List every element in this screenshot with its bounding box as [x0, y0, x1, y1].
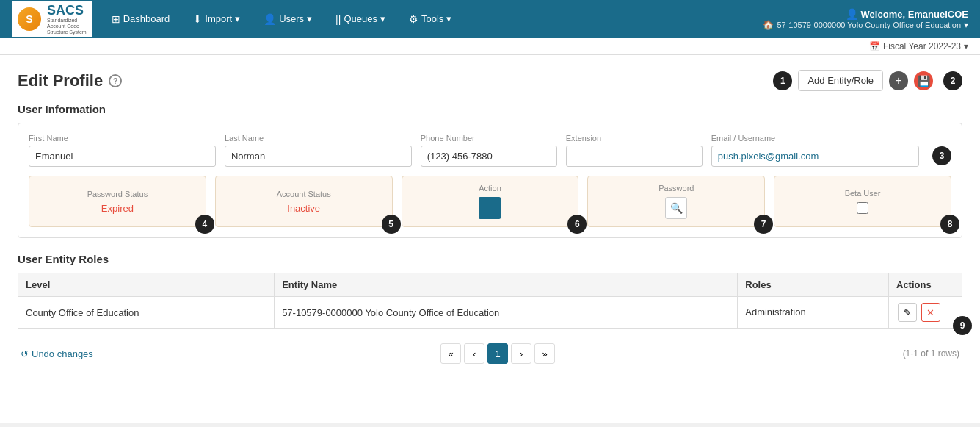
user-entity-roles-header: User Entity Roles: [18, 253, 962, 265]
callout-badge-5: 5: [382, 215, 401, 234]
phone-group: Phone Number: [421, 134, 557, 167]
add-entity-button[interactable]: Add Entity/Role: [798, 70, 883, 91]
users-chevron-icon: ▾: [307, 13, 312, 24]
dashboard-icon: ⊞: [112, 13, 120, 25]
email-input[interactable]: [711, 146, 919, 167]
undo-changes-button[interactable]: ↺ Undo changes: [21, 348, 93, 359]
callout-badge-1: 1: [773, 71, 792, 90]
password-status-label: Password Status: [87, 190, 148, 198]
phone-input[interactable]: [421, 146, 557, 167]
org-text: 57-10579-0000000 Yolo County Office of E…: [777, 21, 961, 29]
nav-tools[interactable]: ⚙ Tools ▾: [404, 10, 456, 28]
edit-role-button[interactable]: ✎: [898, 303, 917, 322]
user-info-card: First Name Last Name Phone Number Extens…: [18, 123, 962, 238]
org-chevron-icon: ▾: [964, 20, 968, 30]
calendar-icon: 📅: [869, 41, 880, 51]
queues-chevron-icon: ▾: [380, 13, 385, 24]
action-box: Action 6: [402, 176, 579, 227]
user-form-row: First Name Last Name Phone Number Extens…: [29, 134, 951, 167]
logo-icon: S: [18, 7, 41, 31]
org-icon: 🏠: [763, 20, 774, 30]
phone-label: Phone Number: [421, 134, 557, 143]
nav-dashboard[interactable]: ⊞ Dashboard: [107, 10, 175, 28]
nav-import[interactable]: ⬇ Import ▾: [189, 10, 244, 28]
main-content: Edit Profile ? 1 Add Entity/Role + 💾 2 U…: [0, 55, 980, 423]
page-title-row: Edit Profile ? 1 Add Entity/Role + 💾 2: [18, 70, 962, 91]
last-name-input[interactable]: [225, 146, 412, 167]
fiscal-year-chevron-icon: ▾: [964, 41, 968, 51]
password-box: Password 🔍 7: [587, 176, 765, 227]
page-last-button[interactable]: »: [534, 343, 555, 364]
password-search-button[interactable]: 🔍: [665, 197, 687, 219]
action-label: Action: [479, 184, 501, 193]
extension-label: Extension: [566, 134, 703, 143]
page-title: Edit Profile ?: [18, 71, 122, 90]
user-info-section-header: User Information: [18, 103, 962, 115]
import-chevron-icon: ▾: [235, 13, 240, 24]
undo-icon: ↺: [21, 348, 29, 359]
action-color-button[interactable]: [479, 197, 501, 219]
callout-badge-4: 4: [195, 215, 214, 234]
page-first-button[interactable]: «: [440, 343, 461, 364]
table-body: County Office of Education 57-10579-0000…: [18, 297, 962, 329]
logo-sub1: Standardized: [47, 18, 87, 24]
users-icon: 👤: [264, 13, 276, 25]
table-header: Level Entity Name Roles Actions: [18, 273, 962, 297]
import-icon: ⬇: [193, 13, 202, 25]
nav-left: S SACS Standardized Account Code Structu…: [12, 1, 456, 38]
col-level: Level: [18, 273, 275, 297]
first-name-label: First Name: [29, 134, 216, 143]
page-next-button[interactable]: ›: [511, 343, 531, 364]
last-name-group: Last Name: [225, 134, 412, 167]
nav-users[interactable]: 👤 Users ▾: [259, 10, 316, 28]
first-name-input[interactable]: [29, 146, 216, 167]
pagination-row: ↺ Undo changes « ‹ 1 › » (1-1 of 1 rows): [18, 337, 962, 370]
user-icon: 👤: [846, 8, 858, 20]
callout-badge-8: 8: [940, 215, 959, 234]
top-navigation: S SACS Standardized Account Code Structu…: [0, 0, 980, 38]
extension-input[interactable]: [566, 146, 703, 167]
callout-badge-7: 7: [754, 215, 773, 234]
extension-group: Extension: [566, 134, 703, 167]
beta-user-checkbox[interactable]: [857, 202, 868, 214]
logo-sub3: Structure System: [47, 29, 87, 35]
fiscal-year-text: Fiscal Year 2022-23: [883, 41, 961, 51]
fiscal-year-selector[interactable]: 📅 Fiscal Year 2022-23 ▾: [869, 41, 968, 51]
queues-icon: ||: [335, 13, 341, 25]
entity-roles-table: Level Entity Name Roles Actions County O…: [18, 273, 962, 329]
user-entity-roles-section: User Entity Roles Level Entity Name Role…: [18, 253, 962, 329]
callout-badge-3: 3: [932, 146, 951, 165]
status-row: Password Status Expired 4 Account Status…: [29, 176, 951, 227]
welcome-text: Welcome, EmanuelCOE: [861, 9, 968, 20]
rows-info: (1-1 of 1 rows): [903, 348, 959, 359]
col-roles: Roles: [738, 273, 889, 297]
first-name-group: First Name: [29, 134, 216, 167]
page-prev-button[interactable]: ‹: [464, 343, 484, 364]
page-number-button[interactable]: 1: [487, 343, 508, 364]
title-actions: 1 Add Entity/Role + 💾 2: [769, 70, 962, 91]
beta-user-label: Beta User: [845, 189, 881, 198]
last-name-label: Last Name: [225, 134, 412, 143]
col-entity-name: Entity Name: [275, 273, 738, 297]
cell-actions: ✎ ✕ 9: [889, 297, 962, 329]
help-icon[interactable]: ?: [109, 74, 122, 87]
callout-badge-2: 2: [943, 71, 962, 90]
beta-user-box: Beta User 8: [774, 176, 951, 227]
callout-badge-6: 6: [567, 215, 587, 234]
logo: S SACS Standardized Account Code Structu…: [12, 1, 92, 38]
account-status-box: Account Status Inactive 5: [215, 176, 393, 227]
callout-badge-9: 9: [953, 316, 972, 335]
logo-sub2: Account Code: [47, 24, 87, 29]
password-status-value: Expired: [101, 203, 134, 214]
sub-navigation: 📅 Fiscal Year 2022-23 ▾: [0, 38, 980, 55]
delete-role-button[interactable]: ✕: [921, 303, 940, 322]
add-entity-plus-button[interactable]: +: [889, 71, 908, 90]
save-button[interactable]: 💾: [914, 71, 933, 90]
nav-queues[interactable]: || Queues ▾: [331, 10, 390, 28]
password-status-box: Password Status Expired 4: [29, 176, 206, 227]
account-status-label: Account Status: [277, 190, 331, 198]
cell-entity-name: 57-10579-0000000 Yolo County Office of E…: [275, 297, 738, 329]
table-row: County Office of Education 57-10579-0000…: [18, 297, 962, 329]
email-group: Email / Username: [711, 134, 919, 167]
logo-text-group: SACS Standardized Account Code Structure…: [47, 4, 87, 35]
